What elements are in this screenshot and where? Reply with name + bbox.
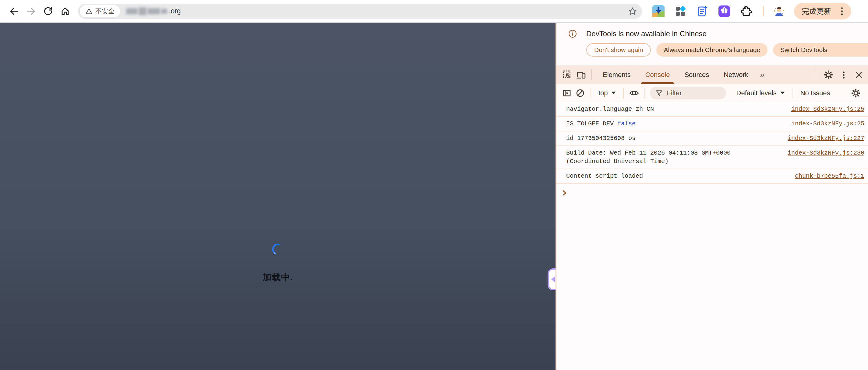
console-message: Build Date: Wed Feb 11 2026 04:11:08 GMT…: [566, 149, 755, 166]
console-sidebar-toggle-icon[interactable]: [560, 87, 574, 100]
filter-box[interactable]: [650, 87, 726, 100]
extensions-row: [652, 5, 752, 18]
more-tabs-icon[interactable]: »: [755, 70, 769, 80]
forward-icon[interactable]: [24, 4, 38, 19]
tab-console[interactable]: Console: [638, 65, 677, 84]
extensions-puzzle-icon[interactable]: [740, 5, 752, 18]
back-icon[interactable]: [7, 4, 21, 19]
tabbar-separator: [591, 69, 592, 80]
security-chip-label: 不安全: [95, 7, 115, 15]
chevron-down-icon: [612, 92, 616, 94]
console-value: false: [617, 120, 636, 127]
filter-funnel-icon: [655, 90, 663, 97]
finish-update-label: 完成更新: [802, 6, 831, 16]
close-devtools-icon[interactable]: [852, 68, 866, 81]
download-manager-extension-icon[interactable]: [652, 5, 664, 18]
console-source-link[interactable]: chunk-b7be55fa.js:1: [795, 172, 864, 180]
console-row: id 1773504325608 os index-Sd3kzNFy.js:22…: [556, 131, 868, 146]
filter-input[interactable]: [667, 89, 713, 97]
chevron-down-icon: [780, 92, 784, 94]
switch-devtools-button[interactable]: Switch DevTools: [773, 43, 868, 57]
console-message: Content script loaded: [566, 172, 643, 180]
inspect-element-icon[interactable]: [561, 68, 574, 81]
url-redacted: [138, 7, 147, 15]
bookmark-star-icon[interactable]: [628, 7, 637, 16]
console-source-link[interactable]: index-Sd3kzNFy.js:25: [791, 105, 864, 113]
grid-diamond-extension-icon[interactable]: [674, 5, 686, 18]
log-levels-label: Default levels: [737, 89, 777, 97]
console-source-link[interactable]: index-Sd3kzNFy.js:25: [791, 120, 864, 128]
console-prompt[interactable]: [556, 184, 868, 197]
tabbar-separator: [816, 69, 816, 80]
browser-toolbar: 不安全 .org 完成更新: [0, 0, 868, 23]
console-message: IS_TOLGEE_DEV false: [566, 120, 636, 128]
log-levels-selector[interactable]: Default levels: [733, 89, 788, 97]
context-selector[interactable]: top: [595, 89, 619, 97]
console-source-link[interactable]: index-Sd3kzNFy.js:230: [787, 149, 864, 157]
console-row: Build Date: Wed Feb 11 2026 04:11:08 GMT…: [556, 146, 868, 169]
devtools-panel: DevTools is now available in Chinese Don…: [556, 23, 868, 370]
toolbar-separator: [591, 88, 591, 99]
info-icon: [568, 29, 577, 38]
issues-counter[interactable]: No Issues: [796, 89, 835, 97]
console-row: Content script loaded chunk-b7be55fa.js:…: [556, 169, 868, 184]
console-source-link[interactable]: index-Sd3kzNFy.js:227: [787, 134, 864, 143]
url-redacted: [147, 8, 160, 14]
console-message: id 1773504325608 os: [566, 134, 636, 143]
dont-show-again-button[interactable]: Don't show again: [586, 43, 651, 57]
live-expression-eye-icon[interactable]: [627, 87, 641, 100]
devtools-infobar: DevTools is now available in Chinese Don…: [556, 23, 868, 65]
console-message: navigator.language zh-CN: [566, 105, 654, 113]
loading-indicator: 加载中.: [0, 242, 556, 283]
notes-extension-icon[interactable]: [696, 5, 708, 18]
finish-update-button[interactable]: 完成更新: [794, 3, 851, 20]
device-toolbar-icon[interactable]: [574, 68, 588, 81]
side-panel-handle[interactable]: [548, 268, 556, 290]
url-suffix: .org: [169, 7, 181, 15]
settings-gear-icon[interactable]: [822, 68, 835, 81]
security-chip[interactable]: 不安全: [80, 5, 120, 18]
warning-triangle-icon: [85, 8, 93, 15]
loading-text: 加载中.: [262, 271, 293, 283]
address-bar[interactable]: 不安全 .org: [78, 4, 642, 19]
url-text: .org: [126, 7, 181, 15]
toolbar-separator: [792, 88, 793, 99]
toolbar-separator: [645, 88, 645, 99]
clear-console-icon[interactable]: [574, 87, 587, 100]
console-toolbar: top Default levels No Issues: [556, 84, 868, 102]
tab-network[interactable]: Network: [716, 65, 755, 84]
spinner-icon: [268, 240, 287, 259]
home-icon[interactable]: [58, 4, 72, 19]
url-redacted: [126, 8, 138, 14]
context-selector-label: top: [598, 89, 608, 97]
console-row: navigator.language zh-CN index-Sd3kzNFy.…: [556, 102, 868, 117]
browser-menu-kebab-icon[interactable]: [836, 5, 847, 17]
infobar-title: DevTools is now available in Chinese: [586, 30, 707, 38]
toolbar-separator: [623, 88, 624, 99]
page-content: 加载中.: [0, 23, 556, 370]
brain-extension-icon[interactable]: [718, 5, 730, 18]
console-row: IS_TOLGEE_DEV false index-Sd3kzNFy.js:25: [556, 117, 868, 131]
devtools-menu-kebab-icon[interactable]: [837, 68, 850, 81]
reload-icon[interactable]: [41, 4, 56, 19]
toolbar-separator: [763, 6, 764, 16]
devtools-tabbar: Elements Console Sources Network »: [556, 65, 868, 84]
tab-sources[interactable]: Sources: [677, 65, 716, 84]
console-settings-gear-icon[interactable]: [849, 87, 863, 100]
profile-avatar[interactable]: [773, 5, 785, 18]
url-redacted: [161, 9, 167, 14]
always-match-language-button[interactable]: Always match Chrome's language: [656, 43, 768, 57]
console-log: navigator.language zh-CN index-Sd3kzNFy.…: [556, 102, 868, 370]
chevron-left-icon: [551, 276, 555, 282]
tab-elements[interactable]: Elements: [595, 65, 638, 84]
